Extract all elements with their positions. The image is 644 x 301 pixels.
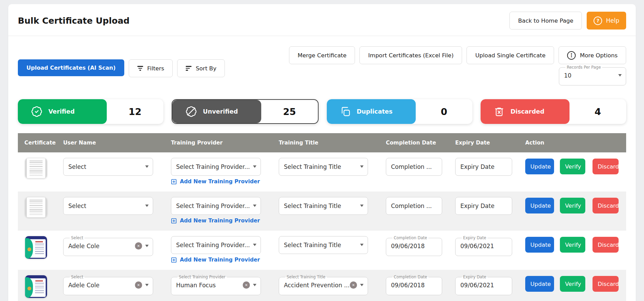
discarded-card-left: Discarded	[481, 99, 570, 124]
records-per-page-label: Records Per Page	[565, 66, 602, 70]
update-button[interactable]: Update	[525, 159, 554, 174]
duplicates-count: 0	[416, 99, 472, 124]
sort-icon	[186, 66, 192, 71]
certificate-cell	[18, 236, 63, 259]
certificates-table: Certificate User Name Training Provider …	[18, 133, 626, 301]
table-row: Select Adele Cole ✕ Select Training Prov…	[18, 270, 626, 301]
verify-button[interactable]: Verify	[560, 159, 585, 174]
certificate-thumbnail[interactable]	[25, 236, 47, 259]
back-to-home-button[interactable]: Back to Home Page	[509, 12, 582, 30]
verified-card-left: Verified	[18, 99, 107, 124]
plus-square-icon	[171, 179, 177, 185]
discarded-count: 4	[570, 99, 626, 124]
completion-date-input[interactable]: Completion Date 09/06/2018	[386, 275, 442, 295]
provider-select[interactable]: Select Training Provider...	[171, 158, 261, 176]
table-body: Select Select Training Provider...	[18, 152, 626, 301]
title-select[interactable]: Select Training Title Accident Preventio…	[279, 275, 368, 295]
update-button[interactable]: Update	[525, 198, 554, 213]
unverified-count: 25	[261, 100, 318, 123]
filters-label: Filters	[147, 65, 164, 72]
discard-button[interactable]: Discard	[593, 159, 619, 174]
clear-icon[interactable]: ✕	[135, 242, 142, 250]
certificate-cell	[18, 275, 63, 298]
expiry-date-input[interactable]: Expiry Date 09/06/2021	[455, 236, 512, 256]
title-select[interactable]: Select Training Title	[279, 236, 368, 254]
more-options-button[interactable]: ⋮ More Options	[559, 46, 626, 64]
header-divider	[8, 36, 636, 36]
sort-by-button[interactable]: Sort By	[177, 59, 225, 77]
expiry-date-input[interactable]: Expiry Date	[455, 197, 512, 215]
update-button[interactable]: Update	[525, 237, 554, 253]
import-certificates-button[interactable]: Import Certificates (Excel File)	[359, 46, 462, 64]
verified-count: 12	[107, 99, 163, 124]
copy-icon	[340, 106, 351, 117]
duplicates-label: Duplicates	[357, 108, 392, 115]
user-name-select[interactable]: Select	[63, 197, 153, 215]
verified-card[interactable]: Verified 12	[18, 99, 163, 124]
more-options-label: More Options	[580, 52, 618, 59]
upload-certificates-ai-scan-button[interactable]: Upload Certificates (AI Scan)	[18, 59, 124, 76]
title-select[interactable]: Select Training Title	[279, 158, 368, 176]
trash-x-icon	[494, 106, 505, 117]
expiry-date-input[interactable]: Expiry Date	[455, 158, 512, 176]
chevron-down-icon	[360, 205, 364, 207]
chevron-down-icon	[145, 284, 149, 286]
user-name-select[interactable]: Select Adele Cole ✕	[63, 236, 153, 256]
discard-button[interactable]: Discard	[593, 237, 619, 253]
chevron-down-icon	[253, 165, 256, 168]
table-header: Certificate User Name Training Provider …	[18, 133, 626, 152]
upload-single-certificate-button[interactable]: Upload Single Certificate	[467, 46, 554, 64]
badge-check-icon	[31, 106, 43, 117]
add-provider-link[interactable]: Add New Training Provider	[171, 257, 260, 263]
chevron-down-icon	[253, 284, 256, 286]
completion-date-input[interactable]: Completion Date 09/06/2018	[386, 236, 442, 256]
certificate-thumbnail[interactable]	[25, 275, 47, 298]
title-select[interactable]: Select Training Title	[279, 197, 368, 215]
discarded-label: Discarded	[510, 108, 544, 115]
completion-date-input[interactable]: Completion ...	[386, 197, 442, 215]
verify-button[interactable]: Verify	[560, 237, 585, 253]
provider-select[interactable]: Select Training Provider Human Focus ✕	[171, 275, 261, 295]
merge-certificate-button[interactable]: Merge Certificate	[289, 46, 355, 64]
provider-select[interactable]: Select Training Provider...	[171, 236, 261, 254]
user-name-select[interactable]: Select Adele Cole ✕	[63, 275, 153, 295]
chevron-down-icon	[145, 165, 149, 168]
provider-select[interactable]: Select Training Provider...	[171, 197, 261, 215]
col-certificate: Certificate	[18, 140, 63, 146]
status-cards: Verified 12 Unverified 25 Duplicates	[18, 99, 626, 124]
vertical-dots-icon: ⋮	[567, 51, 576, 60]
discard-button[interactable]: Discard	[593, 198, 619, 213]
clear-icon[interactable]: ✕	[135, 281, 142, 289]
certificate-thumbnail[interactable]	[25, 158, 47, 178]
main-panel: Bulk Certificate Upload Back to Home Pag…	[8, 4, 636, 301]
add-provider-link[interactable]: Add New Training Provider	[171, 218, 260, 224]
certificate-thumbnail[interactable]	[25, 197, 47, 218]
chevron-down-icon	[360, 165, 364, 168]
col-training-title: Training Title	[279, 140, 386, 146]
records-per-page-select[interactable]: Records Per Page 10	[559, 66, 626, 85]
completion-date-input[interactable]: Completion ...	[386, 158, 442, 176]
unverified-card-left: Unverified	[172, 100, 261, 123]
discard-button[interactable]: Discard	[593, 276, 619, 292]
plus-square-icon	[171, 257, 177, 263]
verify-button[interactable]: Verify	[560, 198, 585, 213]
page-header: Bulk Certificate Upload Back to Home Pag…	[18, 4, 626, 36]
discarded-card[interactable]: Discarded 4	[481, 99, 626, 124]
user-name-select[interactable]: Select	[63, 158, 153, 176]
chevron-down-icon	[253, 205, 256, 207]
clear-icon[interactable]: ✕	[350, 281, 357, 289]
col-user-name: User Name	[63, 140, 171, 146]
chevron-down-icon	[145, 245, 149, 247]
update-button[interactable]: Update	[525, 276, 554, 292]
duplicates-card[interactable]: Duplicates 0	[327, 99, 472, 124]
expiry-date-input[interactable]: Expiry Date 09/06/2021	[455, 275, 512, 295]
unverified-card[interactable]: Unverified 25	[172, 99, 319, 124]
clear-icon[interactable]: ✕	[243, 281, 250, 289]
filters-button[interactable]: Filters	[129, 59, 173, 77]
help-button[interactable]: ? Help	[587, 12, 626, 30]
header-actions: Back to Home Page ? Help	[509, 12, 626, 30]
chevron-down-icon	[360, 284, 364, 286]
unverified-label: Unverified	[203, 108, 238, 115]
add-provider-link[interactable]: Add New Training Provider	[171, 178, 260, 185]
verify-button[interactable]: Verify	[560, 276, 585, 292]
